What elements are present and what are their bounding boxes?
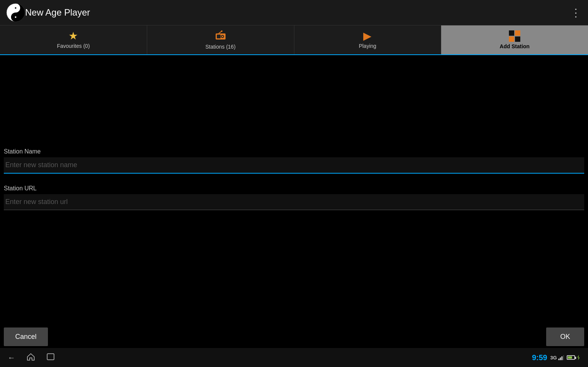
tab-bar: ★ Favourites (0) Stations (16) ▶ Playing xyxy=(0,25,588,55)
title-bar: New Age Player ⋮ xyxy=(0,0,588,25)
station-name-group: Station Name xyxy=(4,148,584,174)
svg-point-3 xyxy=(15,7,16,9)
menu-icon[interactable]: ⋮ xyxy=(571,6,582,19)
svg-rect-6 xyxy=(217,35,221,38)
app-logo xyxy=(6,3,25,22)
signal-bars-icon xyxy=(558,355,565,360)
form-area: Station Name Station URL xyxy=(0,148,588,221)
home-button[interactable] xyxy=(27,353,35,362)
buttons-area: Cancel OK xyxy=(4,327,584,346)
svg-point-4 xyxy=(15,16,16,18)
cancel-button[interactable]: Cancel xyxy=(4,327,48,346)
station-url-group: Station URL xyxy=(4,185,584,210)
svg-rect-12 xyxy=(558,359,559,360)
charging-icon xyxy=(577,355,580,360)
tab-add-station[interactable]: Add Station xyxy=(441,25,588,54)
recents-button[interactable] xyxy=(46,353,55,362)
ok-button[interactable]: OK xyxy=(546,327,584,346)
tab-playing-label: Playing xyxy=(359,43,376,49)
clock: 9:59 xyxy=(532,353,547,362)
tab-stations[interactable]: Stations (16) xyxy=(147,25,294,54)
tab-playing[interactable]: ▶ Playing xyxy=(294,25,442,54)
play-icon: ▶ xyxy=(363,31,372,41)
svg-rect-11 xyxy=(47,354,54,360)
tab-favourites[interactable]: ★ Favourites (0) xyxy=(0,25,147,54)
radio-icon xyxy=(215,30,226,42)
add-station-icon xyxy=(509,30,520,42)
back-button[interactable]: ← xyxy=(8,353,15,362)
station-url-input[interactable] xyxy=(4,194,584,210)
svg-point-8 xyxy=(222,36,223,37)
station-name-label: Station Name xyxy=(4,148,584,155)
nav-bar: ← 9:59 3G xyxy=(0,348,588,367)
signal-icons: 3G xyxy=(550,355,580,361)
tab-favourites-label: Favourites (0) xyxy=(57,43,90,49)
svg-point-10 xyxy=(221,30,222,32)
svg-rect-15 xyxy=(563,355,564,360)
station-url-label: Station URL xyxy=(4,185,584,192)
station-name-input[interactable] xyxy=(4,157,584,174)
app-title: New Age Player xyxy=(25,7,571,18)
network-label: 3G xyxy=(550,355,557,361)
battery-icon xyxy=(567,355,575,360)
svg-rect-13 xyxy=(560,358,561,360)
tab-add-station-label: Add Station xyxy=(500,43,530,49)
svg-rect-14 xyxy=(561,356,563,360)
status-bar-right: 9:59 3G xyxy=(532,353,580,362)
tab-stations-label: Stations (16) xyxy=(205,44,235,50)
svg-marker-16 xyxy=(577,355,580,360)
star-icon: ★ xyxy=(68,31,78,41)
